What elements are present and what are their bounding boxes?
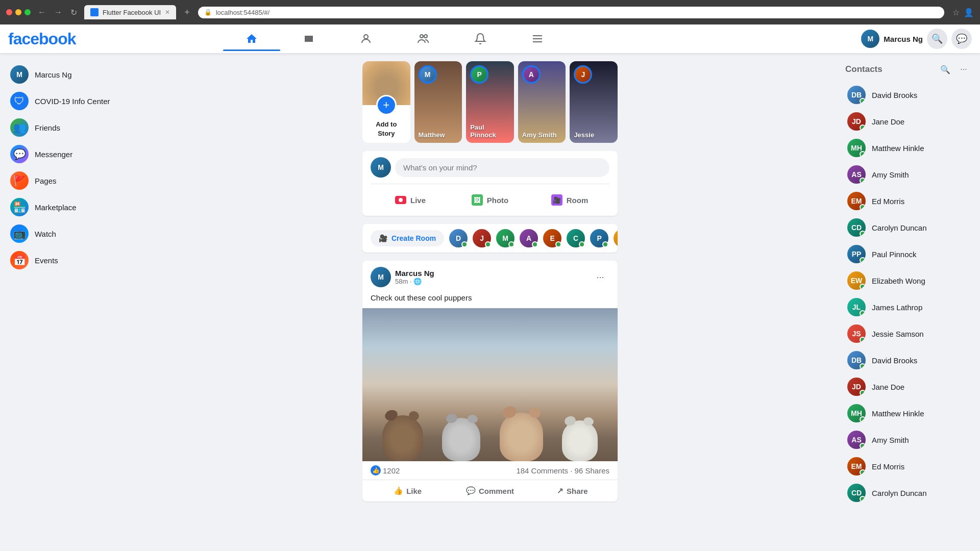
story-jessie[interactable]: J Jessie xyxy=(570,61,618,143)
fb-header-right: M Marcus Ng 🔍 💬 xyxy=(861,29,972,49)
watch-icon xyxy=(303,33,315,45)
story-paul[interactable]: P Paul Pinnock xyxy=(466,61,514,143)
browser-tab[interactable]: Flutter Facebook UI ✕ xyxy=(84,5,176,19)
contact-item-0[interactable]: DB David Brooks xyxy=(841,82,976,108)
browser-nav-buttons: ← → ↻ xyxy=(35,7,80,18)
stories-container: + Add to Story M Matthew P Paul Pin xyxy=(362,61,618,143)
contact-item-11[interactable]: JD Jane Doe xyxy=(841,373,976,400)
composer-top: M xyxy=(371,157,609,178)
composer-input[interactable] xyxy=(395,158,609,177)
post-like-button[interactable]: 👍 Like xyxy=(366,482,449,499)
sidebar-covid-label: COVID-19 Info Center xyxy=(35,97,110,106)
header-profile[interactable]: M Marcus Ng xyxy=(861,30,923,48)
composer-photo-action[interactable]: 🖼 Photo xyxy=(450,190,530,210)
contact-avatar-13: AS xyxy=(847,431,866,449)
story-jessie-name: Jessie xyxy=(574,131,614,139)
contact-item-8[interactable]: JL James Lathrop xyxy=(841,294,976,320)
story-add-card[interactable]: + Add to Story xyxy=(362,61,410,143)
browser-tab-close[interactable]: ✕ xyxy=(165,9,170,16)
story-matthew[interactable]: M Matthew xyxy=(414,61,462,143)
post-reactions: 👍 1202 xyxy=(371,465,400,475)
post-share-button[interactable]: ↗ Share xyxy=(531,482,614,499)
sidebar-item-events[interactable]: 📅 Events xyxy=(4,247,139,273)
browser-tab-favicon xyxy=(90,8,99,16)
sidebar-item-friends[interactable]: 👥 Friends xyxy=(4,114,139,141)
sidebar-item-marketplace[interactable]: 🏪 Marketplace xyxy=(4,194,139,220)
nav-watch[interactable] xyxy=(280,27,337,51)
contacts-search-button[interactable]: 🔍 xyxy=(937,61,953,78)
contact-name-1: Jane Doe xyxy=(872,117,904,126)
composer-actions: Live 🖼 Photo 🎥 Room xyxy=(371,184,609,210)
post-username: Marcus Ng xyxy=(395,269,587,278)
sidebar-item-marcus[interactable]: M Marcus Ng xyxy=(4,61,139,88)
nav-profile[interactable] xyxy=(337,27,395,51)
browser-back-button[interactable]: ← xyxy=(35,7,49,18)
post-meta: 58m · 🌐 xyxy=(395,278,587,285)
contact-avatar-12: MH xyxy=(847,404,866,422)
sidebar-item-messenger[interactable]: 💬 Messenger xyxy=(4,141,139,167)
contact-item-6[interactable]: PP Paul Pinnock xyxy=(841,241,976,267)
contact-item-13[interactable]: AS Amy Smith xyxy=(841,427,976,453)
svg-point-0 xyxy=(364,35,368,39)
contact-item-3[interactable]: AS Amy Smith xyxy=(841,161,976,188)
contact-item-7[interactable]: EW Elizabeth Wong xyxy=(841,267,976,294)
story-paul-avatar: P xyxy=(470,65,488,84)
post-comment-button[interactable]: 💬 Comment xyxy=(449,482,531,499)
contact-item-2[interactable]: MH Matthew Hinkle xyxy=(841,135,976,161)
nav-menu[interactable] xyxy=(509,27,566,51)
post-more-button[interactable]: ··· xyxy=(591,268,609,286)
browser-address-bar[interactable]: 🔒 localhost:54485/#/ xyxy=(198,7,944,18)
sidebar-item-pages[interactable]: 🚩 Pages xyxy=(4,167,139,194)
browser-dot-yellow[interactable] xyxy=(15,9,21,15)
sidebar-watch-icon: 📺 xyxy=(10,224,29,243)
nav-home[interactable] xyxy=(223,27,280,51)
contact-online-dot-6 xyxy=(860,257,866,263)
browser-profile-button[interactable]: 👤 xyxy=(964,8,974,17)
story-amy-avatar: A xyxy=(522,65,541,84)
post-composer: M Live 🖼 Photo xyxy=(362,151,618,216)
composer-avatar: M xyxy=(371,157,391,178)
create-room-icon: 🎥 xyxy=(379,234,387,242)
browser-forward-button[interactable]: → xyxy=(51,7,65,18)
browser-refresh-button[interactable]: ↻ xyxy=(67,7,80,18)
browser-new-tab-button[interactable]: + xyxy=(180,7,194,18)
create-room-label: Create Room xyxy=(391,234,436,242)
composer-live-action[interactable]: Live xyxy=(371,190,450,210)
story-amy[interactable]: A Amy Smith xyxy=(518,61,566,143)
browser-dot-green[interactable] xyxy=(24,9,31,15)
nav-notifications[interactable] xyxy=(452,27,509,51)
sidebar-item-watch[interactable]: 📺 Watch xyxy=(4,220,139,247)
contact-online-dot-4 xyxy=(860,204,866,210)
contact-online-dot-13 xyxy=(860,443,866,449)
browser-tab-title: Flutter Facebook UI xyxy=(103,9,161,16)
contact-online-dot-12 xyxy=(860,416,866,422)
contact-item-14[interactable]: EM Ed Morris xyxy=(841,453,976,480)
create-room-button[interactable]: 🎥 Create Room xyxy=(371,230,444,246)
post-comments-count: 184 Comments xyxy=(516,466,568,475)
contact-item-9[interactable]: JS Jessie Samson xyxy=(841,320,976,347)
contact-item-15[interactable]: CD Carolyn Duncan xyxy=(841,480,976,506)
contact-item-12[interactable]: MH Matthew Hinkle xyxy=(841,400,976,427)
contact-name-3: Amy Smith xyxy=(872,170,909,179)
browser-bookmark-button[interactable]: ☆ xyxy=(952,8,960,17)
contact-avatar-5: CD xyxy=(847,218,866,237)
contact-item-1[interactable]: JD Jane Doe xyxy=(841,108,976,135)
header-search-button[interactable]: 🔍 xyxy=(927,29,947,49)
contact-name-10: David Brooks xyxy=(872,356,917,365)
contact-name-13: Amy Smith xyxy=(872,436,909,444)
room-avatar-3: M xyxy=(495,228,516,248)
contacts-options-button[interactable]: ··· xyxy=(955,61,972,78)
photo-icon: 🖼 xyxy=(472,194,483,206)
contact-item-5[interactable]: CD Carolyn Duncan xyxy=(841,214,976,241)
fb-feed: + Add to Story M Matthew P Paul Pin xyxy=(143,53,837,551)
header-messenger-button[interactable]: 💬 xyxy=(951,29,972,49)
post-shares-separator: · xyxy=(570,466,574,475)
contact-item-10[interactable]: DB David Brooks xyxy=(841,347,976,373)
nav-friends[interactable] xyxy=(395,27,452,51)
contact-name-4: Ed Morris xyxy=(872,197,904,206)
post-share-label: Share xyxy=(567,487,588,495)
sidebar-item-covid[interactable]: 🛡 COVID-19 Info Center xyxy=(4,88,139,114)
composer-room-action[interactable]: 🎥 Room xyxy=(530,190,609,210)
browser-dot-red[interactable] xyxy=(6,9,12,15)
contact-item-4[interactable]: EM Ed Morris xyxy=(841,188,976,214)
